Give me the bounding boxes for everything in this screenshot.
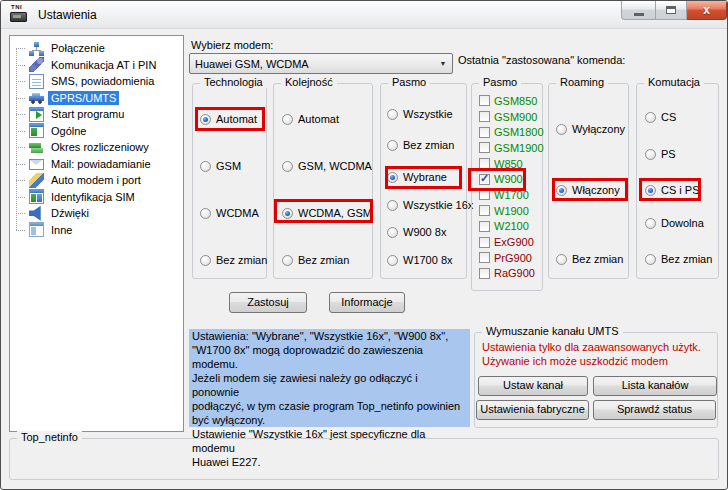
- checkbox-label: RaG900: [494, 267, 535, 279]
- channel-list-button[interactable]: Lista kanałów: [593, 376, 717, 396]
- sidebar-item-dzwieki[interactable]: Dźwięki: [10, 205, 183, 222]
- sidebar-item-start-programu[interactable]: Start programu: [10, 106, 183, 123]
- radio-pasmo-wszystkie[interactable]: Wszystkie: [387, 107, 453, 121]
- radio-icon: [282, 114, 293, 125]
- checkbox-gsm1800[interactable]: GSM1800: [477, 124, 540, 140]
- radio-kolejnosc-wcdma-gsm[interactable]: WCDMA, GSM: [282, 206, 372, 220]
- radio-pasmo-w1700-8x[interactable]: W1700 8x: [387, 253, 453, 267]
- sidebar-item-inne[interactable]: Inne: [10, 222, 183, 239]
- checkbox-w850[interactable]: W850: [477, 156, 540, 172]
- checkbox-icon: [479, 252, 490, 263]
- checkbox-w900[interactable]: W900: [477, 171, 540, 187]
- apply-button[interactable]: Zastosuj: [229, 292, 307, 313]
- factory-settings-button[interactable]: Ustawienia fabryczne: [476, 400, 589, 420]
- sidebar-item-label: Identyfikacja SIM: [48, 190, 138, 204]
- checkbox-icon: [479, 111, 490, 122]
- radio-icon: [387, 140, 398, 151]
- sidebar-item-label: Dźwięki: [48, 206, 92, 220]
- money-icon: [29, 140, 44, 155]
- sidebar-item-komunikacja[interactable]: Komunikacja AT i PIN: [10, 57, 183, 74]
- minimize-icon: [634, 13, 644, 16]
- info-button[interactable]: Informacje: [329, 292, 405, 313]
- minimize-button[interactable]: [621, 1, 656, 20]
- modem-select-combobox[interactable]: Huawei GSM, WCDMA ▼: [189, 53, 453, 74]
- sidebar-item-auto-modem[interactable]: Auto modem i port: [10, 172, 183, 189]
- radio-label: Wszystkie: [403, 108, 453, 120]
- document-icon: [29, 74, 44, 89]
- group-footer: Top_netinfo: [9, 438, 719, 480]
- radio-pasmo-w900-8x[interactable]: W900 8x: [387, 225, 446, 239]
- checkbox-gsm1900[interactable]: GSM1900: [477, 140, 540, 156]
- sidebar-item-polaczenie[interactable]: Połączenie: [10, 40, 183, 57]
- radio-label: WCDMA: [216, 207, 259, 219]
- radio-pasmo-wybrane[interactable]: Wybrane: [387, 170, 447, 184]
- checkbox-exg900[interactable]: ExG900: [477, 234, 540, 250]
- sidebar-item-sms[interactable]: SMS, powiadomienia: [10, 73, 183, 90]
- checkbox-gsm900[interactable]: GSM900: [477, 109, 540, 125]
- checkbox-label: W900: [494, 173, 523, 185]
- group-komutacja: Komutacja CS PS CS i PS Dowolna Bez zmia…: [636, 83, 719, 279]
- checkbox-label: GSM850: [494, 95, 537, 107]
- close-button[interactable]: x: [687, 1, 727, 20]
- checkbox-icon: [479, 221, 490, 232]
- group-kolejnosc-title: Kolejność: [281, 76, 337, 88]
- last-command-label: Ostatnia "zastosowana" komenda:: [458, 54, 625, 66]
- checkbox-w2100[interactable]: W2100: [477, 219, 540, 235]
- radio-technologia-bez-zmian[interactable]: Bez zmian: [200, 253, 267, 267]
- sidebar-item-identyfikacja-sim[interactable]: Identyfikacja SIM: [10, 189, 183, 206]
- sidebar-item-label: Start programu: [48, 107, 127, 121]
- modem-device-icon: [10, 12, 27, 22]
- radio-komutacja-cs-i-ps[interactable]: CS i PS: [645, 183, 700, 197]
- sidebar-item-ogolne[interactable]: Ogólne: [10, 123, 183, 140]
- sidebar-item-mail[interactable]: Mail: powiadamianie: [10, 156, 183, 173]
- radio-komutacja-bez-zmian[interactable]: Bez zmian: [645, 252, 712, 266]
- radio-icon: [645, 218, 656, 229]
- radio-icon: [387, 227, 398, 238]
- checkbox-gsm850[interactable]: GSM850: [477, 93, 540, 109]
- radio-technologia-wcdma[interactable]: WCDMA: [200, 206, 259, 220]
- radio-label: Bez zmian: [572, 253, 623, 265]
- radio-roaming-wylaczony[interactable]: Wyłączony: [556, 122, 625, 136]
- radio-komutacja-cs[interactable]: CS: [645, 110, 676, 124]
- check-status-button[interactable]: Sprawdź status: [593, 400, 716, 420]
- group-roaming-title: Roaming: [556, 76, 608, 88]
- pencil-icon: [29, 173, 44, 188]
- group-pasmo-radio: Pasmo Wszystkie Bez zmian Wybrane Wszyst…: [380, 83, 467, 279]
- radio-komutacja-dowolna[interactable]: Dowolna: [645, 216, 704, 230]
- maximize-button[interactable]: [656, 1, 687, 20]
- umts-warning-text: Ustawienia tylko dla zaawansowanych użyt…: [482, 340, 701, 368]
- checkbox-icon: [479, 127, 490, 138]
- radio-kolejnosc-bez-zmian[interactable]: Bez zmian: [282, 253, 349, 267]
- sidebar-item-okres[interactable]: Okres rozliczeniowy: [10, 139, 183, 156]
- radio-kolejnosc-gsm-wcdma[interactable]: GSM, WCDMA: [282, 159, 372, 173]
- radio-label: Bez zmian: [661, 253, 712, 265]
- close-icon: x: [703, 4, 710, 16]
- radio-technologia-automat[interactable]: Automat: [200, 112, 257, 126]
- modem-select-value: Huawei GSM, WCDMA: [190, 58, 434, 70]
- checkbox-icon: [479, 268, 490, 279]
- group-umts-title: Wymuszanie kanału UMTS: [482, 325, 623, 337]
- speaker-icon: [29, 206, 44, 221]
- radio-icon: [556, 124, 567, 135]
- radio-label: W900 8x: [403, 226, 446, 238]
- checkbox-rag900[interactable]: RaG900: [477, 266, 540, 282]
- title-bar: TNI Ustawienia x: [1, 1, 727, 29]
- radio-technologia-gsm[interactable]: GSM: [200, 159, 241, 173]
- set-channel-button[interactable]: Ustaw kanał: [478, 376, 588, 396]
- sidebar-item-label: Mail: powiadamianie: [48, 157, 154, 171]
- checkbox-w1700[interactable]: W1700: [477, 187, 540, 203]
- radio-kolejnosc-automat[interactable]: Automat: [282, 112, 339, 126]
- checkbox-w1900[interactable]: W1900: [477, 203, 540, 219]
- radio-roaming-bez-zmian[interactable]: Bez zmian: [556, 252, 623, 266]
- radio-icon: [200, 208, 211, 219]
- radio-label: GSM: [216, 160, 241, 172]
- radio-komutacja-ps[interactable]: PS: [645, 147, 676, 161]
- radio-roaming-wlaczony[interactable]: Włączony: [556, 183, 620, 197]
- radio-pasmo-wszystkie-16x[interactable]: Wszystkie 16x: [387, 198, 473, 212]
- checkbox-icon: [479, 95, 490, 106]
- sidebar-item-gprs-umts[interactable]: GPRS/UMTS: [10, 90, 183, 107]
- radio-pasmo-bez-zmian[interactable]: Bez zmian: [387, 138, 454, 152]
- radio-label: Dowolna: [661, 217, 704, 229]
- radio-selected-icon: [282, 208, 293, 219]
- checkbox-prg900[interactable]: PrG900: [477, 250, 540, 266]
